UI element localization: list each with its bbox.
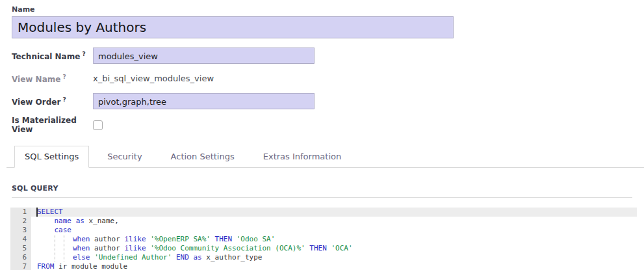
technical-name-input[interactable]	[93, 47, 315, 64]
code-line-7[interactable]: 7FROM ir_module_module	[10, 262, 637, 270]
line-content: name as x_name,	[31, 217, 637, 226]
token-plain	[37, 253, 55, 262]
token-kw: ilike	[124, 244, 146, 252]
token-kw: when	[73, 244, 90, 252]
token-kw: as	[193, 253, 201, 262]
line-number: 2	[10, 217, 31, 226]
token-kw: name	[55, 217, 72, 225]
line-content: FROM ir_module_module	[31, 262, 637, 270]
token-guide	[55, 253, 64, 262]
token-guide	[64, 253, 73, 262]
line-number: 7	[10, 262, 31, 270]
token-plain	[172, 253, 176, 262]
line-content: else 'Undefined Author' END as x_author_…	[31, 253, 637, 262]
token-kw: when	[73, 235, 90, 243]
token-plain: x_author_type	[202, 253, 263, 262]
view-name-value: x_bi_sql_view_modules_view	[93, 74, 214, 83]
view-order-input[interactable]	[93, 93, 315, 109]
field-rows: Technical Name ?View Name ?x_bi_sql_view…	[12, 47, 632, 134]
line-number: 5	[10, 244, 31, 253]
is-materialized-view-checkbox[interactable]	[93, 120, 103, 130]
token-plain: ir_module_module	[55, 262, 128, 270]
token-kw: ilike	[124, 235, 146, 243]
text-cursor	[36, 208, 38, 217]
sql-code-editor[interactable]: 1SELECT2 name as x_name,3 case4 when aut…	[10, 208, 637, 270]
line-number: 3	[10, 226, 31, 235]
line-content: SELECT	[31, 208, 637, 217]
token-guide	[55, 235, 64, 243]
line-number: 4	[10, 235, 31, 244]
token-str: '%OpenERP SA%'	[150, 235, 211, 243]
is-materialized-view-label: Is Materialized View	[12, 116, 93, 134]
code-line-2[interactable]: 2 name as x_name,	[10, 217, 637, 226]
line-content: when author ilike '%OpenERP SA%' THEN 'O…	[31, 235, 637, 244]
sql-query-title: SQL QUERY	[12, 184, 632, 193]
token-kw: END	[176, 253, 189, 262]
token-kw: FROM	[37, 262, 55, 270]
notebook-tabs: SQL SettingsSecurityAction SettingsExtra…	[6, 146, 644, 168]
token-plain	[232, 235, 237, 243]
token-guide	[55, 244, 64, 252]
code-line-1[interactable]: 1SELECT	[10, 208, 637, 217]
token-plain	[71, 217, 76, 225]
token-plain: x_name,	[84, 217, 119, 225]
token-plain	[37, 235, 55, 243]
tab-extras-information[interactable]: Extras Information	[253, 146, 352, 168]
token-kw: else	[73, 253, 90, 262]
token-str: 'OCA'	[331, 244, 352, 252]
view-order-help-icon[interactable]: ?	[60, 96, 66, 103]
view-name-label: View Name ?	[12, 74, 93, 84]
tab-action-settings[interactable]: Action Settings	[161, 146, 245, 168]
sql-query-section-header: SQL QUERY	[12, 184, 632, 198]
token-kw: THEN	[215, 235, 233, 243]
name-input[interactable]	[12, 16, 454, 38]
token-plain	[37, 217, 55, 225]
line-content: case	[31, 226, 637, 235]
tab-sql-settings[interactable]: SQL Settings	[14, 146, 89, 168]
token-kw: as	[76, 217, 84, 225]
view-order-label: View Order ?	[12, 96, 93, 107]
token-kw: THEN	[309, 244, 327, 252]
code-line-5[interactable]: 5 when author ilike '%Odoo Community Ass…	[10, 244, 637, 253]
line-content: when author ilike '%Odoo Community Assoc…	[31, 244, 637, 253]
token-str: '%Odoo Community Association (OCA)%'	[150, 244, 305, 252]
view-name-help-icon[interactable]: ?	[60, 74, 66, 80]
token-kw: SELECT	[37, 208, 63, 216]
technical-name-label: Technical Name ?	[12, 51, 93, 61]
field-row-technical-name: Technical Name ?	[12, 47, 632, 64]
field-row-view-name: View Name ?x_bi_sql_view_modules_view	[12, 70, 632, 87]
token-plain: author	[90, 244, 125, 252]
token-plain	[211, 235, 215, 243]
token-kw: case	[55, 226, 72, 234]
form-sheet: Name Technical Name ?View Name ?x_bi_sql…	[0, 0, 644, 134]
line-number: 6	[10, 253, 31, 262]
technical-name-help-icon[interactable]: ?	[80, 51, 85, 57]
token-guide	[64, 244, 73, 252]
token-str: 'Odoo SA'	[237, 235, 276, 243]
code-line-3[interactable]: 3 case	[10, 226, 637, 235]
token-guide	[64, 235, 73, 243]
code-line-4[interactable]: 4 when author ilike '%OpenERP SA%' THEN …	[10, 235, 637, 244]
section-divider	[12, 197, 632, 198]
field-row-view-order: View Order ?	[12, 93, 632, 109]
token-str: 'Undefined Author'	[94, 253, 172, 262]
code-line-6[interactable]: 6 else 'Undefined Author' END as x_autho…	[10, 253, 637, 262]
token-plain	[37, 244, 55, 252]
token-plain: author	[90, 235, 125, 243]
field-row-is-materialized-view: Is Materialized View	[12, 116, 632, 134]
tab-security[interactable]: Security	[97, 146, 152, 168]
line-number: 1	[10, 208, 31, 217]
name-field-label: Name	[12, 5, 632, 14]
token-plain	[37, 226, 55, 234]
